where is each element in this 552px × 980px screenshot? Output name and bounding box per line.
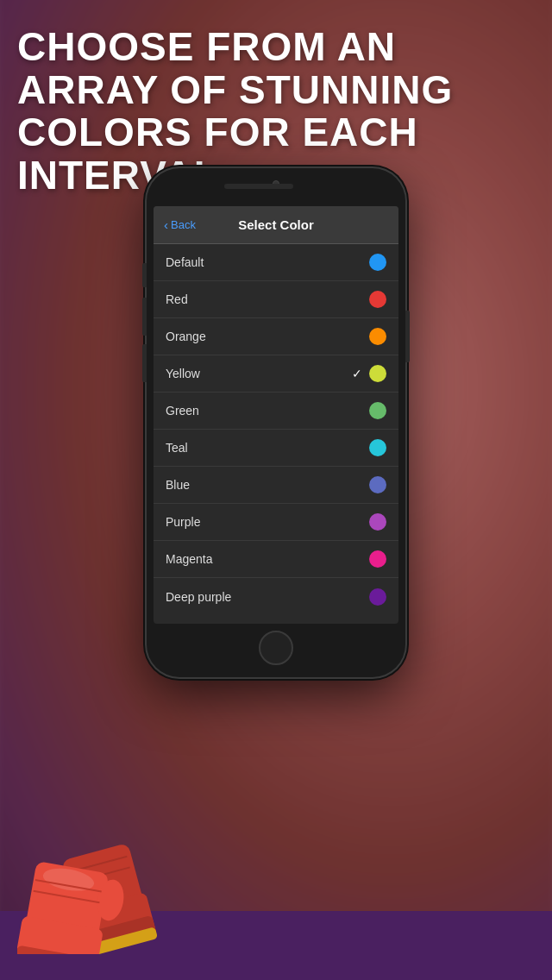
color-item[interactable]: Red <box>154 281 398 318</box>
color-dot <box>369 550 386 568</box>
color-item[interactable]: Purple <box>154 504 398 541</box>
color-dot <box>369 402 386 419</box>
color-item[interactable]: Deep purple <box>154 578 398 615</box>
color-dot <box>369 291 386 308</box>
color-item[interactable]: Magenta <box>154 541 398 578</box>
boxing-gloves <box>17 782 181 954</box>
color-label: Orange <box>166 330 369 343</box>
color-item[interactable]: Green <box>154 393 398 430</box>
color-dot <box>369 254 386 271</box>
color-list: DefaultRedOrangeYellow✓GreenTealBluePurp… <box>154 244 398 615</box>
color-label: Yellow <box>166 367 352 380</box>
color-label: Teal <box>166 441 369 455</box>
phone-home-button[interactable] <box>259 631 293 665</box>
color-label: Red <box>166 292 369 306</box>
color-item[interactable]: Orange <box>154 318 398 355</box>
phone-mute-button <box>142 263 147 287</box>
color-label: Deep purple <box>166 590 369 604</box>
nav-title: Select Color <box>238 217 314 232</box>
phone-volume-up-button <box>142 298 147 336</box>
phone-volume-down-button <box>142 344 147 382</box>
color-label: Magenta <box>166 552 369 566</box>
phone-speaker <box>224 184 293 189</box>
color-item[interactable]: Yellow✓ <box>154 355 398 393</box>
chevron-left-icon: ‹ <box>164 217 168 232</box>
phone-shell: ‹ Back Select Color DefaultRedOrangeYell… <box>147 168 405 677</box>
color-checkmark-icon: ✓ <box>352 367 362 380</box>
nav-bar: ‹ Back Select Color <box>154 206 398 244</box>
back-label: Back <box>171 218 196 231</box>
phone-power-button <box>405 311 410 362</box>
color-dot <box>369 365 386 382</box>
color-dot <box>369 588 386 606</box>
phone-screen: ‹ Back Select Color DefaultRedOrangeYell… <box>154 206 398 624</box>
color-item[interactable]: Default <box>154 244 398 281</box>
color-label: Purple <box>166 515 369 529</box>
back-button[interactable]: ‹ Back <box>164 217 196 232</box>
color-dot <box>369 439 386 456</box>
color-dot <box>369 328 386 345</box>
color-label: Blue <box>166 478 369 492</box>
color-label: Default <box>166 255 369 269</box>
color-label: Green <box>166 404 369 418</box>
color-dot <box>369 513 386 531</box>
color-dot <box>369 476 386 493</box>
color-item[interactable]: Blue <box>154 467 398 504</box>
color-item[interactable]: Teal <box>154 430 398 467</box>
